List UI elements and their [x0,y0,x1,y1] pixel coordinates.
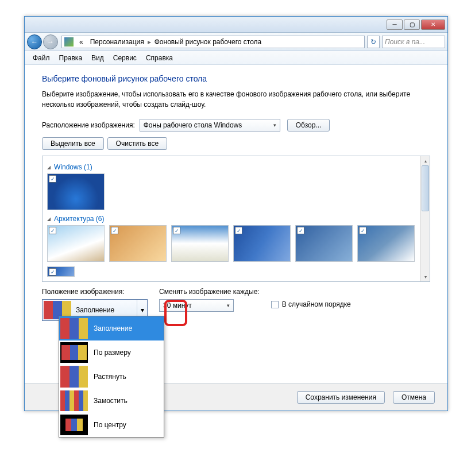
menu-view[interactable]: Вид [87,54,109,62]
arrow-left-icon: ← [31,38,38,46]
checkbox[interactable]: ✓ [49,268,56,276]
nav-bar: ← → « Персонализация ▸ Фоновый рисунок р… [25,33,447,51]
browse-label: Обзор... [296,121,322,129]
page-title: Выберите фоновый рисунок рабочего стола [42,74,430,83]
location-label: Расположение изображения: [42,121,135,129]
center-icon [60,415,88,435]
location-icon [64,37,74,47]
maximize-button[interactable]: ▢ [404,20,420,30]
thumbnail-panel: Windows (1) ✓ Архитектура (6) ✓ ✓ ✓ ✓ ✓ … [42,156,430,282]
shuffle-option[interactable]: В случайном порядке [271,300,351,308]
scroll-thumb[interactable] [422,165,429,211]
interval-label: Сменять изображение каждые: [159,288,260,296]
refresh-icon: ↻ [370,38,376,46]
chevron-down-icon: ▾ [141,306,144,314]
dropdown-item-fill[interactable]: Заполнение [59,316,164,340]
menu-file[interactable]: Файл [28,54,55,62]
fill-icon [60,318,88,339]
breadcrumb-seg2[interactable]: Фоновый рисунок рабочего стола [151,38,265,46]
refresh-button[interactable]: ↻ [367,36,380,48]
thumb-arch[interactable]: ✓ [47,225,105,262]
dropdown-item-fit[interactable]: По размеру [59,340,164,365]
breadcrumb[interactable]: « Персонализация ▸ Фоновый рисунок рабоч… [61,36,365,48]
minimize-button[interactable]: ─ [387,20,403,30]
dropdown-item-tile[interactable]: Замостить [59,389,164,413]
thumb-arch[interactable]: ✓ [171,225,229,262]
breadcrumb-seg1[interactable]: Персонализация [87,38,148,46]
menu-help[interactable]: Справка [141,54,177,62]
thumb-arch[interactable]: ✓ [233,225,291,262]
shuffle-checkbox[interactable] [271,301,279,308]
checkbox[interactable]: ✓ [235,227,242,234]
save-button[interactable]: Сохранить изменения [297,391,385,404]
menu-edit[interactable]: Правка [55,54,87,62]
location-value: Фоны рабочего стола Windows [144,121,242,129]
thumb-arch[interactable]: ✓ [109,225,167,262]
checkbox[interactable]: ✓ [49,175,56,183]
thumb-arch[interactable]: ✓ [357,225,415,262]
menu-service[interactable]: Сервис [109,54,141,62]
interval-combo[interactable]: 30 минут [159,299,234,312]
checkbox[interactable]: ✓ [49,227,56,234]
content-area: Выберите фоновый рисунок рабочего стола … [25,65,447,330]
scroll-down[interactable]: ▾ [421,272,430,281]
titlebar: ─ ▢ ✕ [25,17,447,33]
search-placeholder: Поиск в па... [385,38,425,46]
checkbox[interactable]: ✓ [173,227,180,234]
breadcrumb-prefix: « [76,38,87,46]
dd-label: По центру [94,421,126,429]
dd-label: Растянуть [94,373,126,381]
cancel-label: Отмена [401,393,426,401]
page-description: Выберите изображение, чтобы использовать… [42,89,430,110]
forward-button[interactable]: → [43,34,58,49]
thumb-arch[interactable]: ✓ [295,225,353,262]
arrow-right-icon: → [47,38,54,46]
close-button[interactable]: ✕ [421,20,445,30]
group-windows[interactable]: Windows (1) [47,163,425,171]
scrollbar[interactable]: ▴ ▾ [420,156,430,281]
checkbox[interactable]: ✓ [359,227,366,234]
position-label: Положение изображения: [42,288,148,296]
search-input[interactable]: Поиск в па... [382,36,445,48]
position-dropdown: Заполнение По размеру Растянуть Замостит… [59,316,164,438]
thumb-windows[interactable]: ✓ [47,173,105,210]
shuffle-label: В случайном порядке [282,300,351,308]
select-all-button[interactable]: Выделить все [42,137,104,150]
dropdown-item-stretch[interactable]: Растянуть [59,365,164,389]
clear-all-label: Очистить все [116,140,159,148]
group-architecture[interactable]: Архитектура (6) [47,215,425,223]
browse-button[interactable]: Обзор... [287,119,330,131]
scroll-up[interactable]: ▴ [421,156,430,165]
dropdown-item-center[interactable]: По центру [59,413,164,437]
stretch-icon [60,366,88,388]
position-value: Заполнение [76,306,114,314]
interval-value: 30 минут [163,301,192,309]
menu-bar: Файл Правка Вид Сервис Справка [25,51,447,65]
fit-icon [60,342,88,363]
checkbox[interactable]: ✓ [111,227,118,234]
select-all-label: Выделить все [51,140,95,148]
back-button[interactable]: ← [27,34,42,49]
save-label: Сохранить изменения [306,393,376,401]
thumb-arch[interactable]: ✓ [47,266,75,277]
tile-icon [60,390,88,411]
location-combo[interactable]: Фоны рабочего стола Windows [140,119,280,131]
cancel-button[interactable]: Отмена [393,391,435,404]
dd-label: Замостить [94,397,128,405]
clear-all-button[interactable]: Очистить все [107,137,167,150]
checkbox[interactable]: ✓ [297,227,304,234]
dd-label: Заполнение [94,324,132,332]
dd-label: По размеру [94,349,131,357]
